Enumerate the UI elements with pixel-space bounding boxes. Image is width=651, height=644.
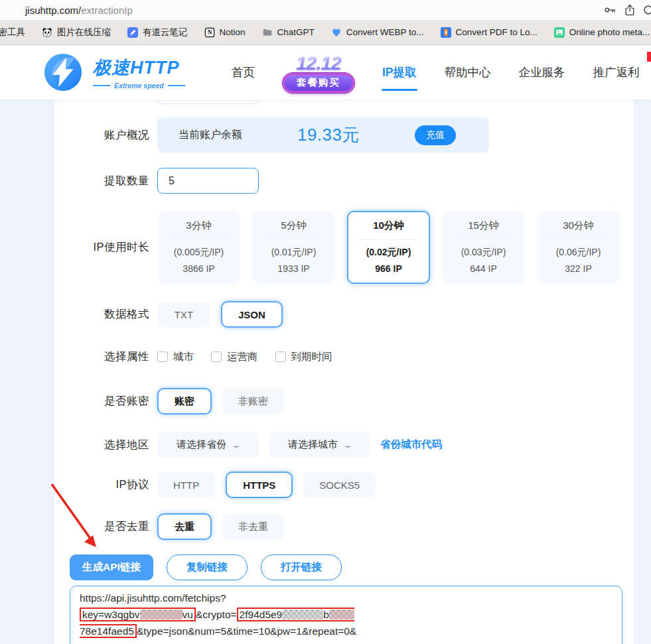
key-highlight-box: key=w3qgbvvu — [80, 608, 196, 621]
bookmark-item[interactable]: 有道云笔记 — [127, 27, 188, 38]
dedup-row: 是否去重 去重 非去重 — [56, 513, 284, 540]
generate-api-link-button[interactable]: 生成API链接 — [70, 554, 153, 580]
api-url-line1: https://api.jisuhttp.com/fetchips? — [80, 590, 613, 606]
protocol-row: IP协议 HTTP HTTPS SOCKS5 — [56, 472, 376, 498]
quantity-label: 提取数量 — [56, 174, 149, 188]
promo-date: 12.12 — [283, 54, 354, 72]
chevron-down-icon: ⌄ — [342, 440, 352, 450]
logo-tagline: Extreme speed — [93, 82, 185, 90]
duration-card-5min[interactable]: 5分钟 (0.01元/IP) 1933 IP — [252, 211, 335, 284]
lightning-logo-icon — [42, 52, 84, 93]
svg-text:N: N — [207, 29, 212, 36]
api-url-line2: key=w3qgbvvu&crypto=2f94d5e9b78e14faed5&… — [80, 606, 613, 639]
format-option-json-selected[interactable]: JSON — [221, 301, 283, 328]
nav-item-help-center[interactable]: 帮助中心 — [445, 64, 491, 80]
nav-item-enterprise[interactable]: 企业服务 — [519, 64, 565, 80]
divider — [262, 239, 325, 240]
auth-row: 是否账密 账密 非账密 — [56, 388, 284, 415]
divider — [358, 239, 419, 240]
nav-item-referral[interactable]: 推广返利 — [593, 64, 640, 80]
attributes-label: 选择属性 — [56, 350, 149, 364]
duration-card-30min[interactable]: 30分钟 (0.06元/IP) 322 IP — [537, 211, 620, 284]
bookmark-label: ChatGPT — [277, 27, 315, 37]
api-url-textarea[interactable]: https://api.jisuhttp.com/fetchips? key=w… — [70, 586, 622, 644]
folder-icon — [262, 27, 273, 38]
key-icon[interactable] — [603, 3, 616, 17]
pdf-icon — [441, 27, 451, 38]
dedup-options: 去重 非去重 — [157, 513, 284, 540]
divider — [452, 239, 515, 240]
clipped-field-above — [157, 99, 259, 104]
promo-buy-label: 套餐购买 — [283, 73, 354, 93]
nav-item-ip-extract[interactable]: IP提取 — [382, 64, 417, 80]
photo-icon — [554, 27, 565, 38]
account-label: 账户概况 — [56, 128, 149, 143]
promo-banner-1212[interactable]: 12.12 套餐购买 — [283, 54, 354, 93]
dedup-option-yes-selected[interactable]: 去重 — [157, 513, 212, 540]
format-options: TXT JSON — [157, 301, 283, 328]
duration-label: IP使用时长 — [56, 240, 149, 255]
dedup-option-no[interactable]: 非去重 — [222, 514, 284, 539]
bookmarks-bar: 加密工具 图片在线压缩 有道云笔记 N Notion ChatGPT Conve… — [0, 20, 651, 45]
bookmark-label: 加密工具 — [0, 27, 25, 38]
bookmark-label: Online photo meta... — [569, 27, 650, 37]
duration-options: 3分钟 (0.005元/IP) 3866 IP 5分钟 (0.01元/IP) 1… — [157, 211, 620, 284]
duration-card-10min-selected[interactable]: 10分钟 (0.02元/IP) 966 IP — [347, 211, 430, 284]
browser-url-bar[interactable]: jisuhttp.com/extractionIp — [0, 0, 651, 20]
clipped-toolbar-icon[interactable] — [642, 3, 651, 17]
chevron-down-icon: ⌄ — [231, 440, 241, 450]
region-selects: 请选择省份 ⌄ 请选择城市 ⌄ — [157, 432, 370, 458]
bookmark-item[interactable]: Online photo meta... — [554, 27, 650, 38]
balance-value: 19.33元 — [242, 123, 415, 147]
recharge-button[interactable]: 充值 — [415, 125, 456, 145]
protocol-option-http[interactable]: HTTP — [157, 472, 215, 497]
url-path: extractionIp — [81, 5, 133, 16]
city-select[interactable]: 请选择城市 ⌄ — [269, 432, 370, 458]
divider — [547, 239, 610, 240]
format-row: 数据格式 TXT JSON — [56, 301, 283, 328]
bookmark-item[interactable]: Convert PDF to Lo... — [441, 27, 538, 38]
account-row: 账户概况 当前账户余额 19.33元 充值 — [56, 117, 489, 153]
bookmark-item[interactable]: 加密工具 — [0, 27, 25, 38]
auth-option-no-credentials[interactable]: 非账密 — [222, 389, 284, 414]
share-icon[interactable] — [623, 3, 636, 17]
checkbox-icon[interactable] — [275, 352, 286, 362]
province-select[interactable]: 请选择省份 ⌄ — [157, 432, 259, 458]
auth-options: 账密 非账密 — [157, 388, 284, 415]
open-link-button[interactable]: 打开链接 — [261, 554, 342, 580]
bookmark-item[interactable]: ChatGPT — [262, 27, 315, 38]
checkbox-expiry[interactable]: 到期时间 — [275, 350, 332, 364]
duration-card-15min[interactable]: 15分钟 (0.03元/IP) 644 IP — [442, 211, 525, 284]
blurred-key-mosaic — [140, 610, 182, 619]
bookmark-label: Convert WEBP to... — [346, 27, 424, 37]
format-option-txt[interactable]: TXT — [157, 302, 210, 327]
account-panel: 当前账户余额 19.33元 充值 — [157, 117, 489, 153]
attribute-options: 城市 运营商 到期时间 — [157, 348, 332, 365]
copy-link-button[interactable]: 复制链接 — [167, 554, 248, 580]
province-city-code-link[interactable]: 省份城市代码 — [380, 438, 442, 452]
region-row: 选择地区 请选择省份 ⌄ 请选择城市 ⌄ 省份城市代码 — [56, 432, 442, 458]
auth-label: 是否账密 — [56, 394, 149, 409]
divider — [167, 239, 230, 240]
bookmark-item[interactable]: Convert WEBP to... — [331, 27, 424, 38]
checkbox-icon[interactable] — [211, 352, 222, 362]
webp-heart-icon — [331, 27, 342, 38]
checkbox-icon[interactable] — [157, 352, 168, 362]
protocol-option-https-selected[interactable]: HTTPS — [226, 472, 293, 498]
auth-option-credentials-selected[interactable]: 账密 — [157, 388, 212, 415]
duration-card-3min[interactable]: 3分钟 (0.005元/IP) 3866 IP — [157, 211, 240, 284]
youdao-pen-icon — [127, 27, 138, 38]
format-label: 数据格式 — [56, 307, 149, 322]
protocol-label: IP协议 — [56, 478, 149, 492]
nav-item-home[interactable]: 首页 — [232, 64, 255, 80]
checkbox-city[interactable]: 城市 — [157, 350, 194, 364]
checkbox-carrier[interactable]: 运营商 — [211, 350, 258, 364]
blurred-crypto-mosaic — [329, 610, 354, 619]
bookmark-item[interactable]: N Notion — [204, 27, 246, 38]
bookmark-item[interactable]: 图片在线压缩 — [42, 27, 111, 38]
site-logo[interactable]: 极速HTTP Extreme speed — [42, 52, 185, 93]
protocol-option-socks5[interactable]: SOCKS5 — [303, 472, 376, 497]
quantity-input[interactable] — [157, 168, 259, 194]
actions-row: 生成API链接 复制链接 打开链接 — [70, 554, 342, 580]
bookmark-label: Convert PDF to Lo... — [456, 27, 538, 37]
